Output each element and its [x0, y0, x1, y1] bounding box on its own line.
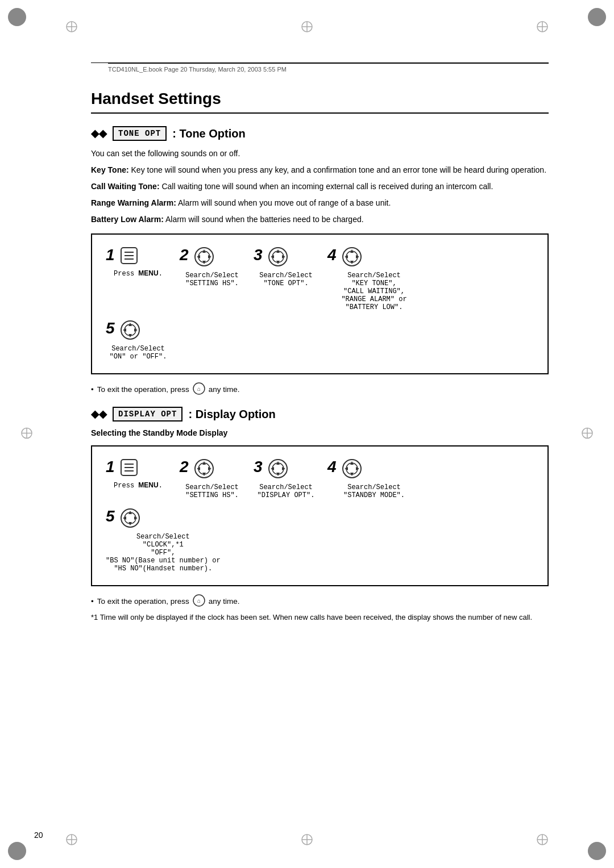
- tone-option-heading: ◆◆ TONE OPT : Tone Option: [91, 126, 549, 141]
- corner-mark-tr: [588, 8, 606, 26]
- scroll-icon-display-3: [267, 458, 289, 481]
- display-step-4-number: 4: [327, 458, 337, 476]
- svg-text:⌂: ⌂: [197, 386, 201, 392]
- display-step-3: 3 Search/Select "DISP: [249, 456, 323, 502]
- tone-step-3-label: Search/Select "TONE OPT".: [254, 272, 318, 287]
- display-step-3-label: Search/Select "DISPLAY OPT".: [254, 483, 318, 499]
- reg-mark-bottom-center: [301, 833, 313, 848]
- tone-step-1: 1 Press MENU.: [101, 244, 175, 314]
- reg-mark-bottom-right: [536, 833, 549, 848]
- display-step-2: 2 Search/Select "SETT: [175, 456, 249, 502]
- tone-step-1-label: Press MENU.: [106, 269, 171, 278]
- tone-battery-low-text: Battery Low Alarm: Alarm will sound when…: [91, 214, 549, 226]
- tone-step-1-number: 1: [106, 246, 115, 264]
- display-exit-note: • To exit the operation, press ⌂ any tim…: [91, 594, 549, 608]
- tone-step-4: 4 Search/Select "KEY: [323, 244, 425, 314]
- tone-step-5-number: 5: [106, 319, 115, 337]
- display-step-5: 5 Search/Select "CLOC: [101, 505, 225, 575]
- scroll-icon-tone-3: [267, 246, 289, 269]
- exit-icon-display: ⌂: [193, 594, 205, 608]
- tone-step-5-label: Search/Select "ON" or "OFF".: [106, 345, 171, 361]
- display-steps-row1: 1 Press MENU.: [101, 456, 538, 502]
- tone-intro: You can set the following sounds on or o…: [91, 148, 549, 160]
- reg-mark-bottom-left: [65, 833, 78, 848]
- scroll-icon-tone-2: [193, 246, 215, 269]
- tone-range-warning-text: Range Warning Alarm: Alarm will sound wh…: [91, 197, 549, 209]
- page-number: 20: [34, 831, 43, 840]
- tone-step-4-number: 4: [327, 246, 337, 264]
- display-option-heading: ◆◆ DISPLAY OPT : Display Option: [91, 407, 549, 422]
- display-step-1: 1 Press MENU.: [101, 456, 175, 502]
- tone-step-4-label: Search/Select "KEY TONE", "CALL WAITING"…: [327, 272, 421, 311]
- tone-steps-row2: 5 Search/Select "ON": [101, 317, 538, 363]
- tone-steps-box: 1 Press MENU.: [91, 233, 549, 374]
- reg-mark-mid-left: [20, 427, 33, 441]
- display-step-2-label: Search/Select "SETTING HS".: [180, 483, 244, 499]
- corner-mark-br: [588, 842, 606, 860]
- meta-line: TCD410NL_E.book Page 20 Thursday, March …: [108, 63, 549, 73]
- tone-step-2-number: 2: [180, 246, 189, 264]
- display-footnote: *1 Time will only be displayed if the cl…: [91, 612, 549, 623]
- display-step-4-label: Search/Select "STANDBY MODE".: [327, 483, 421, 499]
- display-badge: DISPLAY OPT: [113, 407, 182, 422]
- scroll-icon-display-4: [341, 458, 363, 481]
- diamonds-display: ◆◆: [91, 408, 107, 420]
- tone-step-2: 2 Search/Select "SETT: [175, 244, 249, 314]
- scroll-icon-tone-4: [341, 246, 363, 269]
- menu-icon-tone-1: [119, 246, 139, 267]
- scroll-icon-display-5: [119, 507, 141, 531]
- display-steps-row2: 5 Search/Select "CLOC: [101, 505, 538, 575]
- page-title: Handset Settings: [91, 90, 549, 114]
- svg-text:⌂: ⌂: [197, 598, 201, 604]
- display-step-5-number: 5: [106, 507, 115, 525]
- tone-step-2-label: Search/Select "SETTING HS".: [180, 272, 244, 287]
- display-steps-box: 1 Press MENU.: [91, 445, 549, 586]
- display-step-2-number: 2: [180, 458, 189, 476]
- tone-step-3: 3 Search/Select "TONE: [249, 244, 323, 314]
- tone-step-5: 5 Search/Select "ON": [101, 317, 175, 363]
- tone-steps-row1: 1 Press MENU.: [101, 244, 538, 314]
- reg-mark-top-left: [65, 20, 78, 35]
- display-step-4: 4 Search/Select "STAN: [323, 456, 425, 502]
- tone-heading-text: : Tone Option: [172, 127, 246, 140]
- corner-mark-bl: [8, 842, 26, 860]
- scroll-icon-display-2: [193, 458, 215, 481]
- tone-call-waiting-text: Call Waiting Tone: Call waiting tone wil…: [91, 181, 549, 193]
- display-step-3-number: 3: [254, 458, 263, 476]
- reg-mark-top-right: [536, 20, 549, 35]
- display-heading-text: : Display Option: [188, 408, 275, 421]
- diamonds-tone: ◆◆: [91, 127, 107, 140]
- display-step-1-number: 1: [106, 458, 115, 476]
- reg-mark-mid-right: [581, 427, 594, 441]
- menu-icon-display-1: [119, 458, 139, 479]
- scroll-icon-tone-5: [119, 319, 141, 343]
- display-step-1-label: Press MENU.: [106, 481, 171, 490]
- exit-icon-tone: ⌂: [193, 382, 205, 397]
- corner-mark-tl: [8, 8, 26, 26]
- display-step-5-label: Search/Select "CLOCK",*1 "OFF", "BS NO"(…: [106, 533, 221, 573]
- reg-mark-top-center: [301, 20, 313, 35]
- display-sub-heading: Selecting the Standby Mode Display: [91, 428, 549, 437]
- tone-key-tone-text: Key Tone: Key tone will sound when you p…: [91, 164, 549, 176]
- tone-exit-note: • To exit the operation, press ⌂ any tim…: [91, 382, 549, 397]
- tone-badge: TONE OPT: [113, 126, 167, 141]
- tone-step-3-number: 3: [254, 246, 263, 264]
